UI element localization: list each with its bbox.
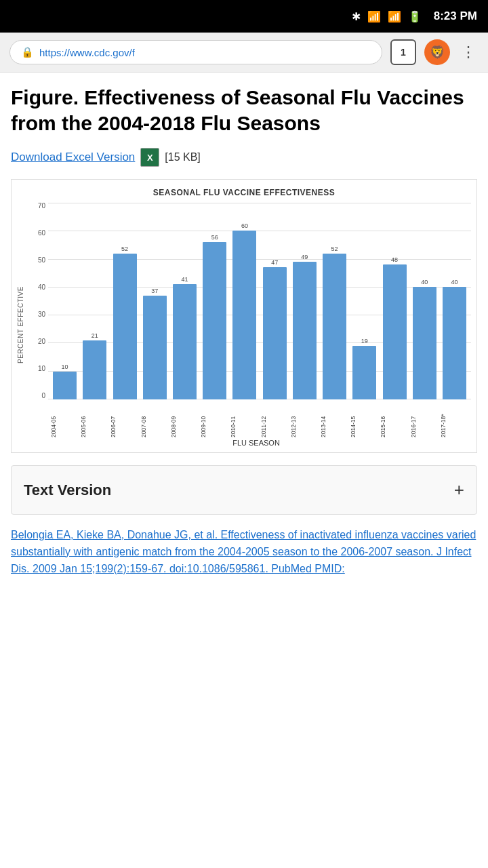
bar bbox=[263, 267, 287, 399]
bar-value-label: 19 bbox=[361, 338, 368, 344]
bar bbox=[143, 296, 167, 399]
bar-col: 41 bbox=[171, 203, 199, 399]
y-tick-20: 20 bbox=[29, 338, 48, 345]
text-version-toggle[interactable]: Text Version + bbox=[11, 465, 477, 515]
x-labels: 2004-052005-062006-072007-082008-092009-… bbox=[29, 399, 471, 437]
bar-value-label: 52 bbox=[331, 246, 338, 252]
bar bbox=[113, 254, 137, 399]
bar-value-label: 40 bbox=[451, 279, 458, 285]
page-content: Figure. Effectiveness of Seasonal Flu Va… bbox=[0, 73, 488, 589]
x-label: 2014-15 bbox=[350, 402, 378, 437]
brave-icon: 🦁 bbox=[430, 45, 445, 60]
battery-icon: 🔋 bbox=[408, 10, 422, 23]
bar-col: 47 bbox=[261, 203, 289, 399]
status-bar: ✱ 📶 📶 🔋 8:23 PM bbox=[0, 0, 488, 33]
bluetooth-icon: ✱ bbox=[352, 10, 361, 23]
x-label: 2004-05 bbox=[51, 402, 79, 437]
x-label: 2005-06 bbox=[81, 402, 108, 437]
x-label: 2006-07 bbox=[110, 402, 138, 437]
download-row: Download Excel Version X [15 KB] bbox=[11, 148, 477, 167]
bar bbox=[323, 254, 346, 399]
bar bbox=[443, 287, 466, 399]
bar-col: 48 bbox=[380, 203, 408, 399]
x-label: 2016-17 bbox=[411, 402, 439, 437]
url-text: https://www.cdc.gov/f bbox=[39, 47, 135, 58]
wifi-icon: 📶 bbox=[367, 10, 381, 23]
x-axis-title: FLU SEASON bbox=[29, 439, 471, 447]
page-title: Figure. Effectiveness of Seasonal Flu Va… bbox=[11, 85, 477, 136]
y-tick-70: 70 bbox=[29, 203, 48, 210]
expand-icon: + bbox=[454, 479, 464, 500]
bar-value-label: 37 bbox=[151, 288, 158, 294]
browser-bar: 🔒 https://www.cdc.gov/f 1 🦁 ⋮ bbox=[0, 33, 488, 73]
y-tick-30: 30 bbox=[29, 311, 48, 318]
excel-icon: X bbox=[140, 148, 159, 167]
brave-button[interactable]: 🦁 bbox=[424, 39, 450, 65]
bar-col: 56 bbox=[201, 203, 228, 399]
bar-value-label: 40 bbox=[421, 279, 428, 285]
x-label: 2011-12 bbox=[261, 402, 289, 437]
bar-value-label: 10 bbox=[62, 364, 68, 370]
bar-value-label: 49 bbox=[301, 254, 308, 260]
x-label: 2009-10 bbox=[201, 402, 228, 437]
menu-button[interactable]: ⋮ bbox=[458, 43, 479, 61]
y-tick-0: 0 bbox=[29, 393, 48, 399]
bar-col: 37 bbox=[141, 203, 169, 399]
y-tick-10: 10 bbox=[29, 366, 48, 372]
y-ticks: 70 60 50 40 30 20 10 0 bbox=[29, 203, 48, 399]
bar bbox=[53, 372, 77, 399]
file-size: [15 KB] bbox=[165, 151, 200, 163]
bar-value-label: 60 bbox=[241, 223, 248, 229]
bar bbox=[352, 346, 376, 399]
bar-col: 40 bbox=[441, 203, 468, 399]
x-label: 2017-18* bbox=[441, 402, 468, 437]
chart-wrap: PERCENT EFFECTIVE 70 60 50 40 30 20 10 0 bbox=[17, 203, 471, 447]
download-excel-link[interactable]: Download Excel Version bbox=[11, 151, 135, 164]
chart-body: 70 60 50 40 30 20 10 0 bbox=[29, 203, 471, 447]
url-bar[interactable]: 🔒 https://www.cdc.gov/f bbox=[9, 40, 382, 64]
citation-link[interactable]: Belongia EA, Kieke BA, Donahue JG, et al… bbox=[11, 527, 477, 589]
bar-col: 10 bbox=[51, 203, 79, 399]
y-axis-label: PERCENT EFFECTIVE bbox=[17, 203, 29, 447]
bar-value-label: 48 bbox=[391, 257, 398, 263]
bar-value-label: 56 bbox=[211, 235, 218, 241]
chart-container: SEASONAL FLU VACCINE EFFECTIVENESS PERCE… bbox=[11, 179, 477, 453]
tab-count-button[interactable]: 1 bbox=[390, 39, 416, 65]
bar-col: 21 bbox=[81, 203, 108, 399]
bar bbox=[173, 284, 197, 399]
x-label: 2008-09 bbox=[171, 402, 199, 437]
bar-value-label: 52 bbox=[121, 246, 128, 252]
bar bbox=[293, 262, 317, 399]
bar-col: 52 bbox=[321, 203, 348, 399]
y-tick-60: 60 bbox=[29, 230, 48, 237]
bar-col: 40 bbox=[411, 203, 439, 399]
y-tick-40: 40 bbox=[29, 284, 48, 291]
x-label: 2015-16 bbox=[380, 402, 408, 437]
x-label: 2010-11 bbox=[230, 402, 258, 437]
bar-col: 49 bbox=[291, 203, 319, 399]
bar bbox=[413, 287, 436, 399]
clock: 8:23 PM bbox=[434, 9, 477, 23]
bar-col: 60 bbox=[230, 203, 258, 399]
chart-title: SEASONAL FLU VACCINE EFFECTIVENESS bbox=[17, 188, 471, 197]
signal-icon: 📶 bbox=[388, 10, 401, 23]
y-tick-50: 50 bbox=[29, 257, 48, 264]
bar bbox=[232, 231, 256, 399]
bars-row: 1021523741566047495219484040 bbox=[48, 203, 471, 399]
x-label: 2007-08 bbox=[141, 402, 169, 437]
x-label: 2012-13 bbox=[291, 402, 319, 437]
text-version-label: Text Version bbox=[24, 481, 111, 499]
lock-icon: 🔒 bbox=[21, 46, 34, 58]
bar-col: 52 bbox=[110, 203, 138, 399]
x-label: 2013-14 bbox=[321, 402, 348, 437]
bar-col: 19 bbox=[350, 203, 378, 399]
bar bbox=[203, 242, 226, 399]
bars-and-grid: 70 60 50 40 30 20 10 0 bbox=[29, 203, 471, 399]
bar-value-label: 41 bbox=[181, 277, 188, 283]
bar-value-label: 47 bbox=[271, 260, 278, 266]
bar bbox=[83, 340, 106, 399]
bar bbox=[383, 264, 407, 399]
bar-value-label: 21 bbox=[92, 333, 98, 339]
